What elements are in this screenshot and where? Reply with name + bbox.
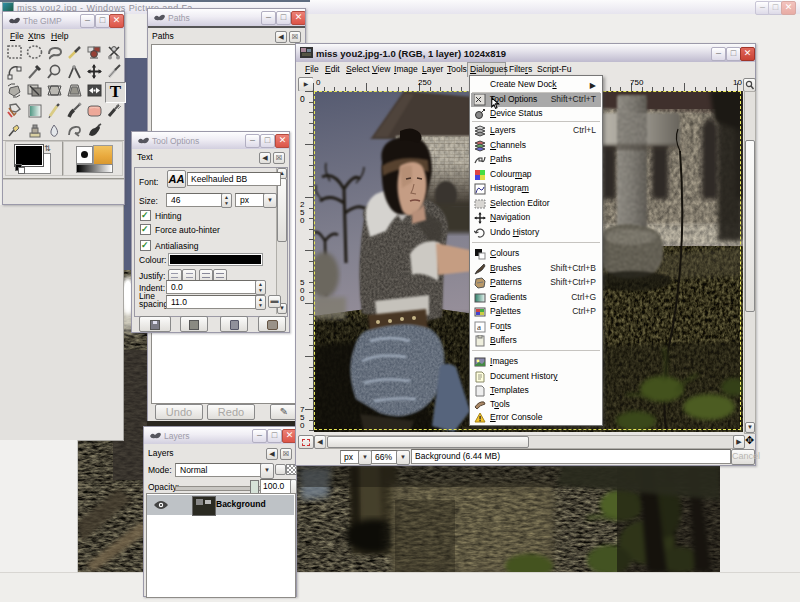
svg-text:a: a: [477, 322, 481, 332]
